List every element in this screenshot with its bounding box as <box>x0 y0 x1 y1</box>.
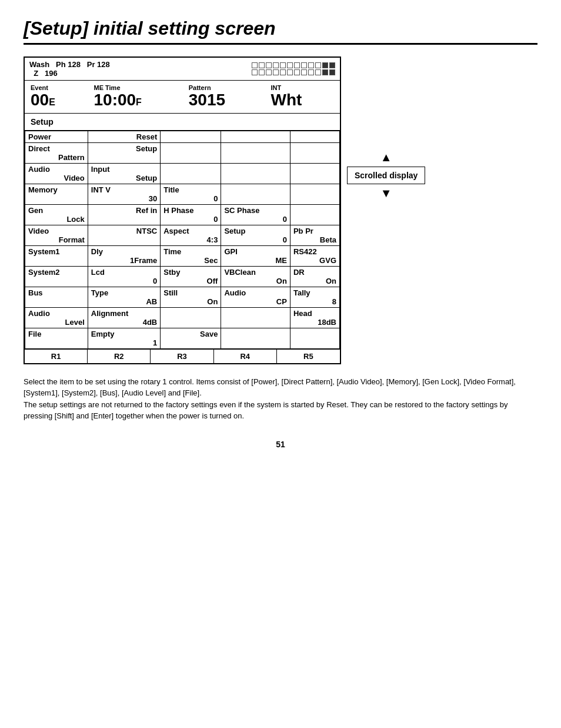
table-cell-r3 <box>161 163 221 184</box>
cell-top: Bus <box>28 288 85 297</box>
event-value: 00E <box>31 91 94 109</box>
table-cell-r4 <box>221 328 290 348</box>
cell-bottom: Setup <box>91 144 157 153</box>
table-row: System1Dly1FrameTimeSecGPIMERS422GVG <box>25 245 340 266</box>
cell-top: Video <box>28 227 85 235</box>
cell-bottom: Ref in <box>91 206 157 215</box>
cell-bottom: On <box>293 277 336 285</box>
table-cell-r2: Empty1 <box>88 328 160 348</box>
pattern-cell: Pattern 3015 <box>189 84 271 109</box>
status-bar-left: Wash Ph 128 Pr 128 Z 196 <box>29 60 110 78</box>
table-cell-r5: RS422GVG <box>290 245 339 266</box>
table-cell-r1: AudioLevel <box>25 307 88 328</box>
table-cell-r2: Lcd0 <box>88 266 160 287</box>
table-cell-r2: NTSC <box>88 225 160 245</box>
table-cell-r2: Reset <box>88 131 160 142</box>
led-indicator <box>315 69 321 75</box>
cell-top: System1 <box>28 247 85 256</box>
table-cell-r4: GPIME <box>221 245 290 266</box>
cell-bottom: Beta <box>293 235 336 244</box>
description-2: The setup settings are not returned to t… <box>24 399 523 422</box>
cell-top: Title <box>163 185 218 194</box>
led-indicator <box>280 62 286 68</box>
led-grid <box>252 62 335 75</box>
led-indicator <box>308 62 314 68</box>
int-value: Wht <box>271 91 334 109</box>
led-indicator <box>252 69 258 75</box>
cell-bottom: 0 <box>163 194 218 203</box>
z-label: Z 196 <box>29 69 58 78</box>
cell-top: Type <box>91 288 157 297</box>
table-row: AudioVideoInputSetup <box>25 163 340 184</box>
table-row: DirectPatternSetup <box>25 142 340 163</box>
led-indicator <box>280 69 286 75</box>
status-bar: Wash Ph 128 Pr 128 Z 196 <box>25 58 340 81</box>
table-cell-r1: Memory <box>25 184 88 204</box>
r-label: R1 <box>25 350 88 363</box>
table-cell-r4 <box>221 142 290 163</box>
table-cell-r3: StbyOff <box>161 266 221 287</box>
table-row: PowerReset <box>25 131 340 142</box>
cell-top: Aspect <box>163 227 218 235</box>
cell-bottom: Lock <box>28 215 85 224</box>
table-cell-r5: Tally8 <box>290 287 339 307</box>
wash-label: Wash Ph 128 Pr 128 <box>29 60 110 69</box>
led-indicator <box>287 69 293 75</box>
scrolled-display-label: Scrolled display <box>347 167 425 184</box>
table-cell-r1: System1 <box>25 245 88 266</box>
table-row: MemoryINT V30Title0 <box>25 184 340 204</box>
table-cell-r3: Save <box>161 328 221 348</box>
table-row: FileEmpty1Save <box>25 328 340 348</box>
table-cell-r1: DirectPattern <box>25 142 88 163</box>
cell-top: File <box>28 330 85 338</box>
event-cell: Event 00E <box>31 84 94 109</box>
cell-bottom: Level <box>28 318 85 327</box>
cell-top: Stby <box>163 268 218 277</box>
led-indicator <box>266 69 272 75</box>
r-label: R5 <box>277 350 340 363</box>
me-time-value: 10:00F <box>94 91 188 109</box>
cell-bottom: On <box>163 297 218 306</box>
table-cell-r4 <box>221 184 290 204</box>
cell-top: Audio <box>224 288 287 297</box>
cell-bottom: Save <box>163 330 218 338</box>
cell-top: Audio <box>28 165 85 174</box>
cell-top: DR <box>293 268 336 277</box>
cell-top: Direct <box>28 144 85 153</box>
page-title: [Setup] initial setting screen <box>24 18 537 45</box>
cell-top: H Phase <box>163 206 218 215</box>
cell-bottom: Off <box>163 277 218 285</box>
table-cell-r1: Bus <box>25 287 88 307</box>
table-cell-r3: Aspect4:3 <box>161 225 221 245</box>
table-cell-r4: SC Phase0 <box>221 204 290 225</box>
cell-bottom: Video <box>28 174 85 182</box>
table-cell-r1: VideoFormat <box>25 225 88 245</box>
table-cell-r2: Setup <box>88 142 160 163</box>
main-content: Wash Ph 128 Pr 128 Z 196 Event 00E ME Ti… <box>24 56 537 364</box>
cell-bottom: 0 <box>163 215 218 224</box>
cell-top: Lcd <box>91 268 157 277</box>
table-cell-r1: System2 <box>25 266 88 287</box>
data-table: PowerResetDirectPatternSetupAudioVideoIn… <box>25 131 340 349</box>
cell-bottom: 1 <box>91 338 157 347</box>
cell-bottom: 4:3 <box>163 235 218 244</box>
cell-top: Dly <box>91 247 157 256</box>
led-indicator <box>315 62 321 68</box>
led-indicator <box>266 62 272 68</box>
description: Select the item to be set using the rota… <box>24 376 523 422</box>
cell-top: Memory <box>28 185 85 194</box>
cell-bottom: 30 <box>91 194 157 203</box>
table-cell-r4 <box>221 163 290 184</box>
table-cell-r4 <box>221 307 290 328</box>
table-cell-r4 <box>221 131 290 142</box>
event-row: Event 00E ME Time 10:00F Pattern 3015 IN… <box>25 81 340 114</box>
table-cell-r1: File <box>25 328 88 348</box>
table-row: VideoFormatNTSCAspect4:3Setup0Pb PrBeta <box>25 225 340 245</box>
table-cell-r1: Power <box>25 131 88 142</box>
table-cell-r2: Alignment4dB <box>88 307 160 328</box>
cell-top: System2 <box>28 268 85 277</box>
cell-top: GPI <box>224 247 287 256</box>
cell-bottom: ME <box>224 256 287 265</box>
cell-top: VBClean <box>224 268 287 277</box>
table-cell-r3 <box>161 131 221 142</box>
